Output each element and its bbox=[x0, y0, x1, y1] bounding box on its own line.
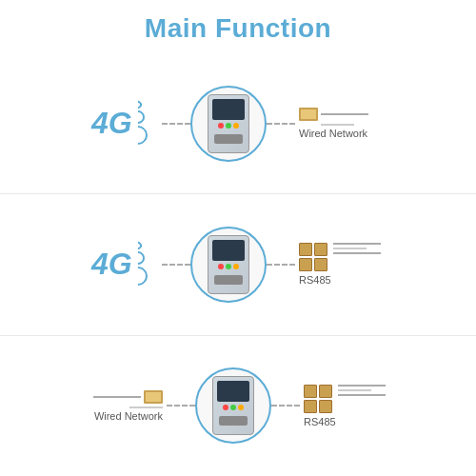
rs485-line-1 bbox=[333, 243, 381, 245]
wifi-arc-small-r2 bbox=[132, 240, 143, 250]
dot-line-right-row1 bbox=[267, 123, 295, 125]
wired-label-row1: Wired Network bbox=[299, 128, 367, 139]
function-row-1: 4G bbox=[0, 53, 476, 194]
4g-icon-row2: 4G bbox=[91, 242, 158, 288]
rs485-cell-br-r3 bbox=[319, 400, 332, 413]
wired-line-bottom bbox=[321, 124, 354, 126]
dot-line-left-row2 bbox=[162, 264, 190, 266]
rs485-cell-br bbox=[314, 258, 327, 271]
dot-line-left-row3 bbox=[167, 405, 195, 407]
rs485-line-2 bbox=[333, 248, 367, 249]
led-green bbox=[226, 123, 231, 129]
rs485-icon-row2: RS485 bbox=[299, 243, 385, 286]
wifi-waves-row2 bbox=[134, 242, 148, 288]
rs485-cell-tl bbox=[299, 243, 312, 256]
4g-icon-row1: 4G bbox=[91, 101, 158, 147]
left-wired-lines bbox=[93, 390, 163, 408]
left-line-top bbox=[93, 396, 141, 398]
rs485-label-row2: RS485 bbox=[299, 274, 331, 286]
device-body-row1 bbox=[208, 94, 249, 153]
rs485-line-3 bbox=[333, 252, 381, 254]
device-screen-row2 bbox=[212, 240, 245, 261]
rs485-icon-graphic bbox=[299, 243, 381, 273]
wired-box bbox=[299, 108, 318, 121]
rs485-line-1-r3 bbox=[338, 385, 386, 387]
device-circle-row1 bbox=[190, 86, 267, 162]
device-body-row2 bbox=[208, 235, 249, 294]
wired-icon-row1 bbox=[299, 108, 368, 126]
wired-label-row3-left: Wired Network bbox=[94, 410, 163, 422]
function-row-3: Wired Network bbox=[0, 336, 476, 476]
wired-network-left-row3: Wired Network bbox=[87, 390, 163, 422]
device-circle-row2 bbox=[190, 227, 267, 303]
rs485-lines-r3 bbox=[338, 385, 386, 396]
led-red-r2 bbox=[218, 264, 224, 269]
device-leds-row2 bbox=[218, 264, 239, 271]
dot-line-right-row3 bbox=[271, 405, 300, 407]
wired-line-top bbox=[321, 113, 368, 115]
wifi-arc-small bbox=[132, 99, 143, 109]
led-green-r3 bbox=[230, 405, 236, 410]
device-leds-row1 bbox=[218, 123, 239, 130]
rs485-label-row3: RS485 bbox=[304, 416, 336, 427]
device-leds-row3 bbox=[223, 405, 244, 412]
led-green-r2 bbox=[226, 264, 231, 269]
rs485-grid-r3 bbox=[304, 385, 332, 413]
rs485-cell-tr-r3 bbox=[319, 385, 332, 398]
rs485-icon-graphic-r3 bbox=[304, 385, 386, 415]
rs485-grid bbox=[299, 243, 327, 271]
rs485-cell-tr bbox=[314, 243, 327, 256]
led-red-r3 bbox=[223, 405, 228, 410]
rs485-cell-tl-r3 bbox=[304, 385, 317, 398]
device-port-row3 bbox=[219, 416, 248, 426]
left-line-bottom bbox=[129, 407, 163, 408]
device-body-row3 bbox=[212, 376, 254, 435]
led-orange bbox=[233, 123, 239, 129]
rs485-line-3-r3 bbox=[338, 394, 386, 396]
left-wired-top bbox=[93, 390, 163, 404]
device-port-row1 bbox=[214, 134, 243, 144]
function-row-2: 4G bbox=[0, 194, 476, 335]
device-port-row2 bbox=[214, 275, 243, 285]
wired-top-row bbox=[299, 108, 368, 121]
wired-network-icon-row1: Wired Network bbox=[299, 108, 385, 139]
function-rows: 4G bbox=[0, 53, 476, 476]
device-circle-row3 bbox=[195, 367, 271, 444]
rs485-cell-bl-r3 bbox=[304, 400, 317, 413]
led-orange-r2 bbox=[233, 264, 239, 269]
left-wired-box bbox=[144, 390, 163, 404]
rs485-cell-bl bbox=[299, 258, 312, 271]
left-wired-bottom bbox=[129, 407, 163, 408]
led-orange-r3 bbox=[238, 405, 244, 410]
page-title: Main Function bbox=[145, 13, 331, 44]
wifi-waves-row1 bbox=[134, 101, 148, 147]
rs485-lines bbox=[333, 243, 381, 254]
led-red bbox=[218, 123, 224, 129]
rs485-icon-row3: RS485 bbox=[304, 385, 389, 427]
rs485-line-2-r3 bbox=[338, 389, 371, 391]
dot-line-left-row1 bbox=[162, 123, 190, 125]
device-screen-row1 bbox=[212, 99, 245, 120]
dot-line-right-row2 bbox=[267, 264, 295, 266]
device-screen-row3 bbox=[217, 381, 249, 402]
wired-bottom-row bbox=[299, 124, 368, 126]
